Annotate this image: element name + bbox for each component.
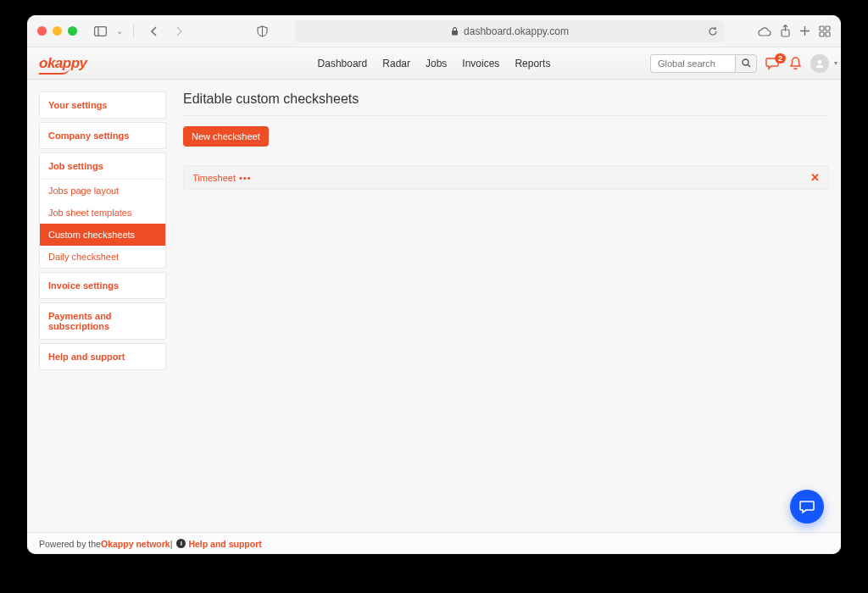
nav-dashboard[interactable]: Dashboard xyxy=(318,58,368,69)
more-icon[interactable]: ••• xyxy=(239,173,252,183)
logo[interactable]: okappy xyxy=(39,55,87,72)
messages-badge: 2 xyxy=(775,53,786,64)
svg-line-12 xyxy=(748,64,750,67)
footer: Powered by the Okappy network | i Help a… xyxy=(27,532,841,554)
nav-jobs[interactable]: Jobs xyxy=(426,58,447,69)
svg-rect-10 xyxy=(826,32,830,36)
nav-invoices[interactable]: Invoices xyxy=(462,58,499,69)
sidebar-toggle-button[interactable] xyxy=(91,22,109,41)
search-input[interactable] xyxy=(650,54,735,73)
nav-radar[interactable]: Radar xyxy=(382,58,410,69)
tabs-overview-button[interactable] xyxy=(819,25,831,37)
svg-rect-2 xyxy=(452,30,458,36)
titlebar: ⌄ dashboard.okappy.com xyxy=(27,15,841,47)
close-window-button[interactable] xyxy=(37,26,47,36)
cloud-icon[interactable] xyxy=(757,26,771,36)
sidebar-company-settings[interactable]: Company settings xyxy=(40,123,165,148)
sidebar-help-support[interactable]: Help and support xyxy=(40,344,165,369)
main-content: Editable custom checksheets New checkshe… xyxy=(183,91,829,532)
address-bar[interactable]: dashboard.okappy.com xyxy=(295,20,725,42)
minimize-window-button[interactable] xyxy=(53,26,62,36)
browser-window: ⌄ dashboard.okappy.com ok xyxy=(27,15,841,554)
checksheet-list: Timesheet ••• ✕ xyxy=(183,165,829,190)
page-title: Editable custom checksheets xyxy=(183,91,829,116)
footer-prefix: Powered by the xyxy=(39,539,101,549)
new-checksheet-button[interactable]: New checksheet xyxy=(183,126,269,147)
separator xyxy=(133,25,134,38)
share-icon[interactable] xyxy=(780,25,791,37)
titlebar-right xyxy=(757,25,831,37)
sidebar-custom-checksheets[interactable]: Custom checksheets xyxy=(40,224,165,246)
page-body: Your settings Company settings Job setti… xyxy=(27,80,841,532)
sidebar-daily-checksheet[interactable]: Daily checksheet xyxy=(40,246,165,268)
global-search xyxy=(650,54,757,73)
svg-rect-8 xyxy=(826,26,830,30)
sidebar-your-settings[interactable]: Your settings xyxy=(40,92,165,118)
info-icon: i xyxy=(176,539,186,548)
settings-sidebar: Your settings Company settings Job setti… xyxy=(39,91,166,532)
checksheet-name: Timesheet xyxy=(192,173,236,183)
lock-icon xyxy=(451,27,459,36)
footer-network-link[interactable]: Okappy network xyxy=(101,539,170,549)
svg-point-13 xyxy=(818,59,822,64)
shield-icon[interactable] xyxy=(253,22,271,41)
url-text: dashboard.okappy.com xyxy=(464,25,569,37)
search-button[interactable] xyxy=(735,54,757,73)
footer-sep: | xyxy=(170,539,173,549)
svg-rect-7 xyxy=(820,26,824,30)
svg-point-11 xyxy=(743,59,748,65)
svg-rect-9 xyxy=(820,32,824,36)
new-tab-button[interactable] xyxy=(799,25,810,36)
sidebar-invoice-settings[interactable]: Invoice settings xyxy=(40,273,165,298)
checksheet-row[interactable]: Timesheet ••• ✕ xyxy=(183,165,829,190)
sidebar-jobs-page-layout[interactable]: Jobs page layout xyxy=(40,180,165,202)
messages-icon[interactable]: 2 xyxy=(765,57,781,70)
sidebar-job-settings[interactable]: Job settings xyxy=(40,153,165,180)
forward-button[interactable] xyxy=(170,22,188,41)
app-header: okappy Dashboard Radar Jobs Invoices Rep… xyxy=(27,47,841,80)
reload-button[interactable] xyxy=(708,26,718,36)
window-controls xyxy=(37,26,77,36)
maximize-window-button[interactable] xyxy=(68,26,77,36)
sidebar-job-sheet-templates[interactable]: Job sheet templates xyxy=(40,202,165,224)
user-menu[interactable] xyxy=(810,54,829,73)
back-button[interactable] xyxy=(144,22,163,41)
svg-rect-0 xyxy=(94,26,106,36)
top-nav: Dashboard Radar Jobs Invoices Reports xyxy=(318,58,551,69)
chevron-down-icon[interactable]: ⌄ xyxy=(116,26,123,36)
notifications-icon[interactable] xyxy=(789,57,802,70)
delete-checksheet-button[interactable]: ✕ xyxy=(810,171,820,184)
nav-reports[interactable]: Reports xyxy=(515,58,550,69)
sidebar-payments-subscriptions[interactable]: Payments and subscriptions xyxy=(40,303,165,339)
footer-help-link[interactable]: Help and support xyxy=(188,539,261,549)
chat-fab[interactable] xyxy=(790,490,824,524)
